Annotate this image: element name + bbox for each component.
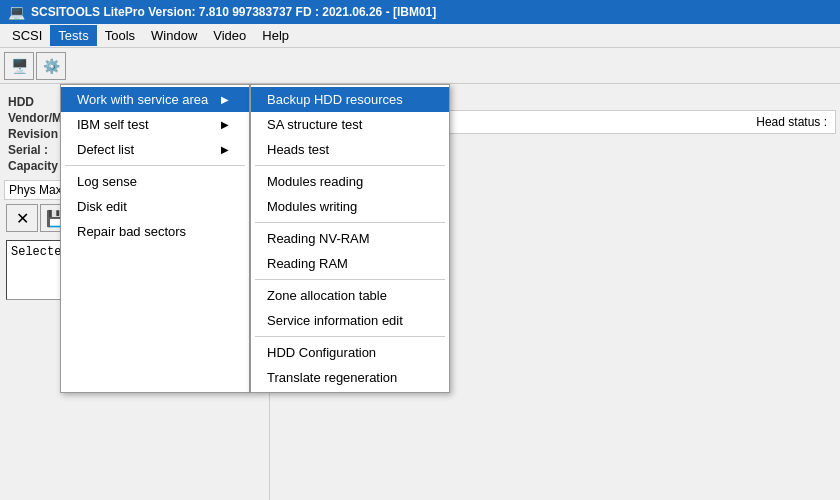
toolbar-icon-1: 🖥️ [11, 58, 28, 74]
menu-defect-list[interactable]: Defect list ▶ [61, 137, 249, 162]
vendor-label: Vendor/M [8, 111, 68, 125]
menu-scsi[interactable]: SCSI [4, 25, 50, 46]
menu-disk-edit[interactable]: Disk edit [61, 194, 249, 219]
capacity-label: Capacity : [8, 159, 68, 173]
app-icon: 💻 [8, 4, 25, 20]
submenu-sa-structure[interactable]: SA structure test [251, 112, 449, 137]
submenu-zone-allocation[interactable]: Zone allocation table [251, 283, 449, 308]
serial-label: Serial : [8, 143, 68, 157]
submenu-reading-ram[interactable]: Reading RAM [251, 251, 449, 276]
menu-help[interactable]: Help [254, 25, 297, 46]
title-text: SCSITOOLS LitePro Version: 7.810 9973837… [31, 5, 436, 19]
menu-repair-bad-sectors[interactable]: Repair bad sectors [61, 219, 249, 244]
service-area-submenu: Backup HDD resources SA structure test H… [250, 84, 450, 393]
cancel-btn[interactable]: ✕ [6, 204, 38, 232]
menu-video[interactable]: Video [205, 25, 254, 46]
head-status-label: Head status : [756, 115, 827, 129]
submenu-service-info-edit[interactable]: Service information edit [251, 308, 449, 333]
toolbar: 🖥️ ⚙️ [0, 48, 840, 84]
submenu-modules-reading[interactable]: Modules reading [251, 169, 449, 194]
menu-bar: SCSI Tests Tools Window Video Help [0, 24, 840, 48]
cancel-icon: ✕ [16, 209, 29, 228]
menu-tools[interactable]: Tools [97, 25, 143, 46]
tests-dropdown: Work with service area ▶ IBM self test ▶… [60, 84, 250, 393]
sub-sep-4 [255, 336, 445, 337]
submenu-arrow-3: ▶ [221, 144, 229, 155]
separator-1 [65, 165, 245, 166]
sub-sep-2 [255, 222, 445, 223]
submenu-backup-hdd[interactable]: Backup HDD resources [251, 87, 449, 112]
menu-ibm-self-test[interactable]: IBM self test ▶ [61, 112, 249, 137]
toolbar-btn-2[interactable]: ⚙️ [36, 52, 66, 80]
menu-window[interactable]: Window [143, 25, 205, 46]
menu-log-sense[interactable]: Log sense [61, 169, 249, 194]
submenu-heads-test[interactable]: Heads test [251, 137, 449, 162]
sub-sep-3 [255, 279, 445, 280]
revision-label: Revision [8, 127, 68, 141]
submenu-translate-regen[interactable]: Translate regeneration [251, 365, 449, 390]
hdd-label: HDD [8, 95, 68, 109]
submenu-hdd-config[interactable]: HDD Configuration [251, 340, 449, 365]
title-bar: 💻 SCSITOOLS LitePro Version: 7.810 99738… [0, 0, 840, 24]
toolbar-btn-1[interactable]: 🖥️ [4, 52, 34, 80]
submenu-modules-writing[interactable]: Modules writing [251, 194, 449, 219]
submenu-arrow-1: ▶ [221, 94, 229, 105]
menu-tests[interactable]: Tests [50, 25, 96, 46]
dropdown-container: Work with service area ▶ IBM self test ▶… [60, 84, 450, 393]
menu-work-service-area[interactable]: Work with service area ▶ [61, 87, 249, 112]
sub-sep-1 [255, 165, 445, 166]
submenu-arrow-2: ▶ [221, 119, 229, 130]
main-content: HDD Vendor/M Revision Serial : 6XN0Y0RQ … [0, 84, 840, 500]
submenu-reading-nvram[interactable]: Reading NV-RAM [251, 226, 449, 251]
toolbar-icon-2: ⚙️ [43, 58, 60, 74]
